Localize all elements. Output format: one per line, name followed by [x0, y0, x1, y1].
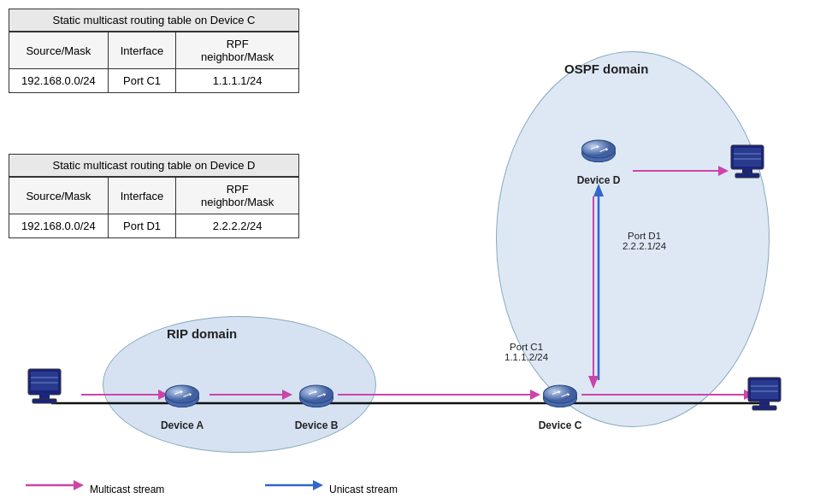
server-left [24, 367, 67, 419]
svg-marker-16 [74, 480, 84, 490]
router-device-a: Device A [156, 380, 208, 431]
router-device-d: Device D [573, 135, 624, 186]
svg-point-44 [300, 385, 333, 403]
router-device-c: Device C [534, 380, 586, 431]
svg-rect-20 [31, 372, 58, 390]
svg-rect-23 [39, 395, 50, 399]
svg-rect-29 [742, 169, 752, 173]
svg-rect-24 [32, 399, 56, 403]
svg-point-56 [582, 140, 616, 158]
device-d-label: Device D [577, 174, 621, 186]
port-c1-label: Port C11.1.1.2/24 [504, 342, 548, 362]
svg-marker-18 [313, 480, 323, 490]
svg-point-50 [544, 385, 577, 403]
svg-rect-35 [759, 401, 770, 406]
svg-rect-36 [752, 406, 776, 410]
svg-marker-12 [588, 376, 599, 389]
svg-rect-26 [734, 148, 761, 167]
device-b-label: Device B [295, 419, 339, 431]
svg-rect-30 [735, 173, 759, 178]
legend-multicast: Multicast stream [90, 483, 164, 495]
svg-point-38 [166, 385, 199, 403]
computer-right-bottom [744, 376, 787, 423]
computer-right-top [727, 144, 770, 190]
router-device-b: Device B [291, 380, 342, 431]
port-d1-label: Port D12.2.2.1/24 [622, 231, 666, 251]
device-a-label: Device A [161, 419, 204, 431]
diagram-svg [0, 0, 826, 504]
svg-rect-32 [751, 380, 778, 399]
legend-unicast: Unicast stream [329, 483, 398, 495]
device-c-label: Device C [539, 419, 582, 431]
